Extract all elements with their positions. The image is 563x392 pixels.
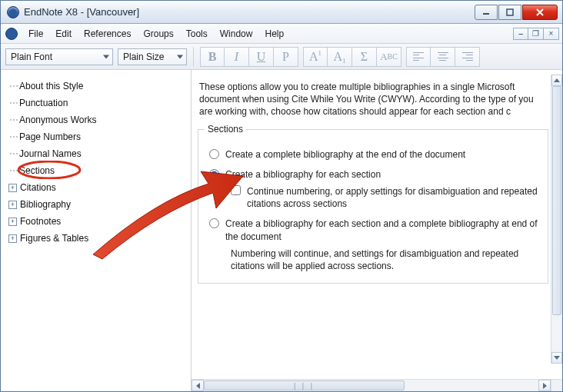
- svg-rect-1: [507, 9, 513, 15]
- option-complete-biblio[interactable]: Create a complete bibliography at the en…: [209, 148, 540, 161]
- expand-icon[interactable]: +: [8, 218, 17, 226]
- hscroll-thumb[interactable]: | | |: [204, 380, 405, 390]
- tree-item-figures[interactable]: +Figures & Tables: [5, 230, 186, 247]
- checkbox-continue-numbering[interactable]: [231, 185, 241, 195]
- style-tree[interactable]: ⋯About this Style ⋯Punctuation ⋯Anonymou…: [1, 70, 192, 391]
- doc-icon: [5, 28, 18, 40]
- radio-each-plus-complete[interactable]: [209, 218, 219, 228]
- size-combo[interactable]: Plain Size: [118, 48, 187, 65]
- tree-item-footnotes[interactable]: +Footnotes: [5, 213, 186, 230]
- tree-item-citations[interactable]: +Citations: [5, 179, 186, 196]
- fieldset-legend: Sections: [205, 124, 246, 135]
- case-button[interactable]: ABC: [377, 47, 401, 67]
- sections-pane: These options allow you to create multip…: [192, 70, 562, 391]
- mdi-close-button[interactable]: ×: [544, 28, 559, 40]
- menu-edit[interactable]: Edit: [49, 26, 78, 42]
- tree-item-punct[interactable]: ⋯Punctuation: [5, 95, 186, 111]
- sections-fieldset: Sections Create a complete bibliography …: [198, 129, 548, 284]
- italic-button[interactable]: I: [225, 47, 249, 67]
- expand-icon[interactable]: +: [8, 234, 17, 243]
- tree-item-journal[interactable]: ⋯Journal Names: [5, 145, 186, 162]
- menu-help[interactable]: Help: [258, 26, 290, 42]
- menubar: File Edit References Groups Tools Window…: [1, 24, 562, 44]
- menu-file[interactable]: File: [22, 26, 49, 42]
- radio-complete-biblio[interactable]: [209, 149, 219, 159]
- app-window: EndNote X8 - [Vancouver] File Edit Refer…: [0, 0, 563, 392]
- font-combo[interactable]: Plain Font: [5, 48, 113, 65]
- hscroll-track[interactable]: | | |: [204, 380, 538, 391]
- option-each-section[interactable]: Create a bibliography for each section: [209, 168, 540, 181]
- tree-item-biblio[interactable]: +Bibliography: [5, 196, 186, 213]
- option3-note: Numbering will continue, and settings fo…: [231, 247, 540, 272]
- scroll-right-button[interactable]: [538, 380, 551, 391]
- subscript-button[interactable]: A1: [328, 47, 352, 67]
- option-continue-numbering[interactable]: Continue numbering, or apply settings fo…: [231, 185, 540, 210]
- titlebar: EndNote X8 - [Vancouver]: [1, 1, 562, 24]
- align-center-button[interactable]: [431, 47, 455, 67]
- window-title: EndNote X8 - [Vancouver]: [24, 6, 139, 18]
- intro-text: These options allow you to create multip…: [196, 81, 550, 126]
- tree-item-pagenum[interactable]: ⋯Page Numbers: [5, 128, 186, 145]
- menu-tools[interactable]: Tools: [180, 26, 214, 42]
- menu-references[interactable]: References: [78, 26, 137, 42]
- mdi-minimize-button[interactable]: ‒: [513, 28, 528, 40]
- mdi-restore-button[interactable]: ❐: [528, 28, 544, 40]
- vertical-scrollbar[interactable]: [551, 75, 562, 364]
- scroll-corner: [551, 379, 562, 391]
- format-group-2: A1 A1 Σ ABC: [303, 47, 401, 67]
- vscroll-thumb[interactable]: [552, 86, 561, 315]
- tree-item-anon[interactable]: ⋯Anonymous Works: [5, 111, 186, 128]
- align-group: [406, 47, 480, 67]
- size-combo-value: Plain Size: [123, 51, 164, 62]
- symbol-button[interactable]: Σ: [352, 47, 377, 67]
- window-close-button[interactable]: [522, 5, 558, 20]
- chevron-down-icon: [103, 55, 109, 58]
- bold-button[interactable]: B: [200, 47, 225, 67]
- radio-each-section[interactable]: [209, 169, 219, 179]
- menu-window[interactable]: Window: [214, 26, 259, 42]
- chevron-down-icon: [177, 55, 183, 58]
- scroll-up-button[interactable]: [551, 75, 562, 86]
- underline-button[interactable]: U: [249, 47, 274, 67]
- option-each-plus-complete[interactable]: Create a bibliography for each section a…: [209, 218, 540, 242]
- window-minimize-button[interactable]: [475, 5, 498, 20]
- toolbar-divider: [193, 47, 194, 67]
- vscroll-track[interactable]: [551, 86, 562, 352]
- tree-item-about[interactable]: ⋯About this Style: [5, 78, 186, 95]
- app-icon: [7, 6, 19, 18]
- format-toolbar: Plain Font Plain Size B I U P A1 A1 Σ AB…: [1, 44, 562, 70]
- tree-item-sections[interactable]: ⋯Sections: [5, 162, 186, 179]
- align-right-button[interactable]: [455, 47, 480, 67]
- expand-icon[interactable]: +: [8, 184, 17, 192]
- horizontal-scrollbar[interactable]: | | |: [192, 379, 551, 391]
- expand-icon[interactable]: +: [8, 201, 17, 209]
- format-group-1: B I U P: [200, 47, 298, 67]
- scroll-left-button[interactable]: [192, 380, 204, 391]
- font-combo-value: Plain Font: [11, 51, 52, 62]
- scroll-down-button[interactable]: [551, 352, 562, 364]
- superscript-button[interactable]: A1: [303, 47, 328, 67]
- align-left-button[interactable]: [406, 47, 431, 67]
- menu-groups[interactable]: Groups: [137, 26, 179, 42]
- plain-button[interactable]: P: [274, 47, 298, 67]
- window-maximize-button[interactable]: [498, 5, 521, 20]
